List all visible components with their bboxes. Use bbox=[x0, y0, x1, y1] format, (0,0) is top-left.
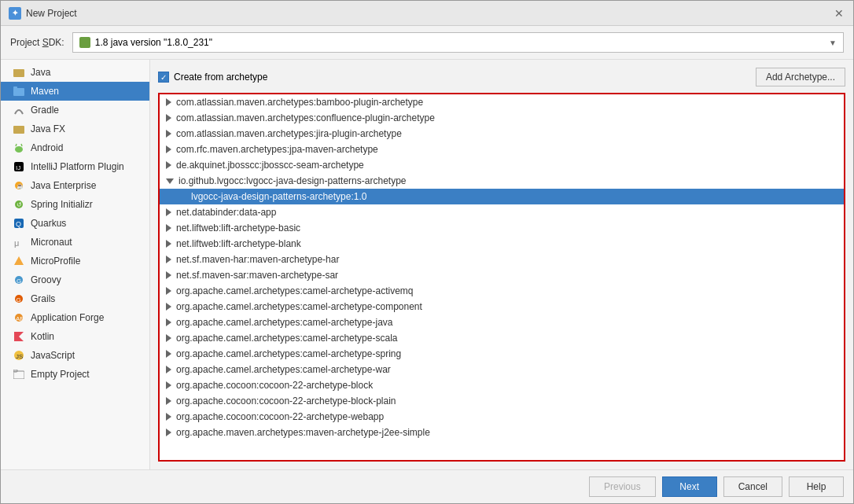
archetype-group-databinder-label: net.databinder:data-app bbox=[176, 207, 276, 218]
help-button[interactable]: Help bbox=[789, 476, 844, 497]
archetype-group-camel-war[interactable]: org.apache.camel.archetypes:camel-archet… bbox=[160, 362, 844, 377]
svg-text:G: G bbox=[17, 296, 21, 304]
javafx-folder-icon bbox=[13, 123, 24, 134]
create-from-archetype-checkbox[interactable]: ✓ bbox=[158, 72, 169, 83]
sdk-dropdown-content: 1.8 java version "1.8.0_231" bbox=[79, 37, 212, 48]
sidebar-item-gradle[interactable]: Gradle bbox=[1, 101, 149, 120]
expand-seam-icon bbox=[166, 161, 171, 169]
sidebar-item-javascript[interactable]: JS JavaScript bbox=[1, 346, 149, 365]
sidebar-item-intellij[interactable]: IJ IntelliJ Platform Plugin bbox=[1, 157, 149, 176]
svg-point-5 bbox=[15, 146, 23, 153]
sidebar-label-intellij: IntelliJ Platform Plugin bbox=[31, 161, 140, 172]
bottom-bar: Previous Next Cancel Help bbox=[1, 469, 853, 503]
sidebar-item-quarkus[interactable]: Q Quarkus bbox=[1, 214, 149, 233]
sdk-dropdown[interactable]: 1.8 java version "1.8.0_231" ▼ bbox=[72, 32, 844, 53]
sidebar-item-maven[interactable]: Maven bbox=[1, 82, 149, 101]
sidebar-item-spring[interactable]: ↺ Spring Initializr bbox=[1, 195, 149, 214]
expand-camel-war-icon bbox=[166, 366, 171, 373]
archetype-group-lvgocc[interactable]: io.github.lvgocc:lvgocc-java-design-patt… bbox=[160, 173, 844, 189]
cancel-button[interactable]: Cancel bbox=[723, 476, 782, 497]
archetype-group-camel-component[interactable]: org.apache.camel.archetypes:camel-archet… bbox=[160, 299, 844, 315]
archetype-group-cocoon-block[interactable]: org.apache.cocoon:cocoon-22-archetype-bl… bbox=[160, 377, 844, 393]
archetype-group-databinder[interactable]: net.databinder:data-app bbox=[160, 204, 844, 220]
sidebar-item-java[interactable]: Java bbox=[1, 63, 149, 82]
archetype-group-maven-j2ee[interactable]: org.apache.maven.archetypes:maven-archet… bbox=[160, 425, 844, 440]
expand-confluence-icon bbox=[166, 114, 171, 122]
svg-text:Q: Q bbox=[16, 220, 21, 228]
spring-icon: ↺ bbox=[13, 199, 24, 210]
appforge-icon: AF bbox=[13, 312, 24, 323]
expand-jira-icon bbox=[166, 130, 171, 138]
archetype-group-bamboo[interactable]: com.atlassian.maven.archetypes:bamboo-pl… bbox=[160, 94, 844, 110]
svg-text:μ: μ bbox=[14, 238, 19, 248]
expand-jpa-icon bbox=[166, 145, 171, 153]
expand-camel-spring-icon bbox=[166, 350, 171, 358]
archetype-group-har[interactable]: net.sf.maven-har:maven-archetype-har bbox=[160, 252, 844, 267]
archetype-item-lvgocc-1[interactable]: lvgocc-java-design-patterns-archetype:1.… bbox=[160, 189, 844, 204]
expand-har-icon bbox=[166, 256, 171, 263]
java-folder-icon bbox=[13, 67, 24, 78]
next-button[interactable]: Next bbox=[662, 476, 717, 497]
archetype-group-camel-activemq-label: org.apache.camel.archetypes:camel-archet… bbox=[176, 285, 413, 296]
expand-lvgocc-icon bbox=[166, 178, 174, 184]
sidebar-label-micronaut: Micronaut bbox=[31, 237, 140, 248]
archetype-checkbox-label: Create from archetype bbox=[174, 72, 267, 83]
expand-cocoon-block-icon bbox=[166, 381, 171, 389]
previous-button[interactable]: Previous bbox=[589, 476, 656, 497]
archetype-group-camel-java[interactable]: org.apache.camel.archetypes:camel-archet… bbox=[160, 315, 844, 330]
archetype-group-cocoon-webapp[interactable]: org.apache.cocoon:cocoon-22-archetype-we… bbox=[160, 409, 844, 425]
archetype-group-camel-scala[interactable]: org.apache.camel.archetypes:camel-archet… bbox=[160, 330, 844, 346]
sidebar-item-microprofile[interactable]: MicroProfile bbox=[1, 252, 149, 270]
archetype-group-confluence-label: com.atlassian.maven.archetypes:confluenc… bbox=[176, 112, 435, 123]
archetype-group-camel-spring[interactable]: org.apache.camel.archetypes:camel-archet… bbox=[160, 346, 844, 362]
sdk-java-icon bbox=[79, 37, 90, 48]
sidebar-label-javafx: Java FX bbox=[31, 123, 140, 134]
title-bar-left: ✦ New Project bbox=[9, 7, 77, 20]
sidebar-item-groovy[interactable]: G Groovy bbox=[1, 270, 149, 289]
svg-rect-2 bbox=[13, 88, 24, 96]
add-archetype-button[interactable]: Add Archetype... bbox=[756, 68, 845, 86]
archetype-group-camel-java-label: org.apache.camel.archetypes:camel-archet… bbox=[176, 317, 392, 328]
archetype-group-seam-label: de.akquinet.jbosscc:jbosscc-seam-archety… bbox=[176, 160, 364, 171]
archetype-group-cocoon-block-plain[interactable]: org.apache.cocoon:cocoon-22-archetype-bl… bbox=[160, 393, 844, 409]
sidebar-label-java-enterprise: Java Enterprise bbox=[31, 180, 140, 191]
expand-maven-j2ee-icon bbox=[166, 429, 171, 436]
expand-camel-scala-icon bbox=[166, 334, 171, 342]
archetype-group-camel-war-label: org.apache.camel.archetypes:camel-archet… bbox=[176, 364, 391, 375]
microprofile-icon bbox=[13, 256, 24, 267]
intellij-icon: IJ bbox=[13, 161, 24, 172]
right-panel: ✓ Create from archetype Add Archetype...… bbox=[150, 60, 853, 469]
gradle-icon bbox=[13, 105, 24, 116]
new-project-dialog: ✦ New Project ✕ Project SDK: 1.8 java ve… bbox=[0, 0, 854, 504]
close-button[interactable]: ✕ bbox=[833, 7, 845, 20]
sidebar-label-android: Android bbox=[31, 142, 140, 153]
archetype-group-lift-blank[interactable]: net.liftweb:lift-archetype-blank bbox=[160, 236, 844, 252]
dropdown-arrow-icon: ▼ bbox=[829, 39, 837, 47]
archetype-group-cocoon-webapp-label: org.apache.cocoon:cocoon-22-archetype-we… bbox=[176, 411, 384, 422]
archetype-group-bamboo-label: com.atlassian.maven.archetypes:bamboo-pl… bbox=[176, 97, 423, 108]
expand-sar-icon bbox=[166, 271, 171, 279]
sidebar-item-javafx[interactable]: Java FX bbox=[1, 120, 149, 138]
archetype-group-lift-basic[interactable]: net.liftweb:lift-archetype-basic bbox=[160, 220, 844, 236]
sidebar-item-empty[interactable]: Empty Project bbox=[1, 365, 149, 384]
sidebar-item-android[interactable]: Android bbox=[1, 138, 149, 157]
sidebar-item-grails[interactable]: G Grails bbox=[1, 289, 149, 308]
archetype-group-jira[interactable]: com.atlassian.maven.archetypes:jira-plug… bbox=[160, 126, 844, 142]
archetype-group-seam[interactable]: de.akquinet.jbosscc:jbosscc-seam-archety… bbox=[160, 157, 844, 173]
main-content: Java Maven Gradle Java FX bbox=[1, 60, 853, 469]
archetype-group-confluence[interactable]: com.atlassian.maven.archetypes:confluenc… bbox=[160, 110, 844, 126]
archetype-group-jpa[interactable]: com.rfc.maven.archetypes:jpa-maven-arche… bbox=[160, 142, 844, 157]
dialog-icon: ✦ bbox=[9, 7, 21, 20]
expand-camel-java-icon bbox=[166, 318, 171, 326]
sidebar-item-java-enterprise[interactable]: ☕ Java Enterprise bbox=[1, 176, 149, 195]
sidebar-item-appforge[interactable]: AF Application Forge bbox=[1, 308, 149, 327]
archetype-group-sar[interactable]: net.sf.maven-sar:maven-archetype-sar bbox=[160, 267, 844, 283]
svg-text:AF: AF bbox=[16, 315, 24, 322]
sidebar-item-micronaut[interactable]: μ Micronaut bbox=[1, 233, 149, 252]
archetype-group-cocoon-block-label: org.apache.cocoon:cocoon-22-archetype-bl… bbox=[176, 380, 373, 391]
sidebar-item-kotlin[interactable]: Kotlin bbox=[1, 327, 149, 346]
archetype-group-camel-activemq[interactable]: org.apache.camel.archetypes:camel-archet… bbox=[160, 283, 844, 299]
sidebar-label-spring: Spring Initializr bbox=[31, 199, 140, 210]
archetype-group-har-label: net.sf.maven-har:maven-archetype-har bbox=[176, 254, 339, 265]
expand-lift-basic-icon bbox=[166, 224, 171, 232]
